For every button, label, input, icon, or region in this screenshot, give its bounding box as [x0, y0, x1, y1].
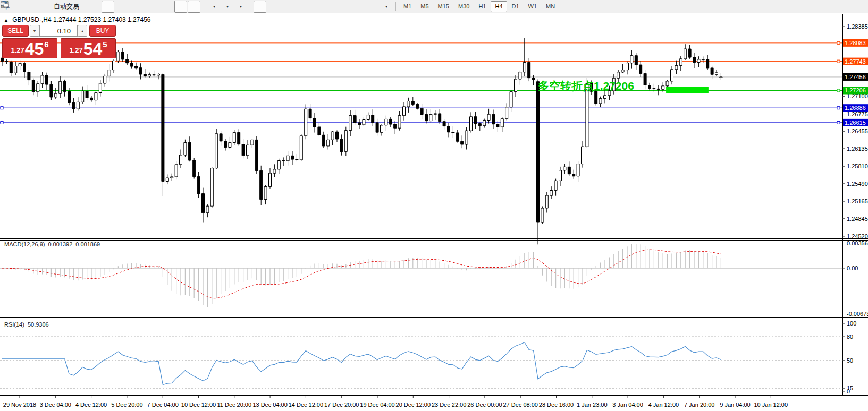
data-window-button[interactable] [25, 1, 38, 13]
chart-canvas: 1.283851.271001.267751.264551.261351.258… [0, 0, 868, 411]
price-tick-label: 1.24845 [847, 216, 868, 222]
text-label-button[interactable]: T [366, 1, 379, 13]
symbol-triangle-icon: ▲ [4, 18, 9, 23]
price-tick-label: 1.28385 [847, 23, 868, 30]
price-tick-label: 1.24520 [847, 233, 868, 239]
line-handle[interactable] [1, 121, 3, 124]
timeframe-H1[interactable]: H1 [474, 1, 490, 12]
timeframe-M5[interactable]: M5 [416, 1, 433, 12]
line-handle[interactable] [1, 107, 3, 109]
chevron-down-icon[interactable]: ▾ [226, 4, 229, 9]
rsi-indicator-label: RSI(14)50.9306 [4, 321, 52, 328]
line-handle[interactable] [837, 41, 840, 44]
equidistant-channel-button[interactable]: E [326, 1, 339, 13]
sell-button[interactable]: SELL [2, 25, 29, 37]
timeframe-M30[interactable]: M30 [454, 1, 474, 12]
time-tick-label: 10 Dec 12:00 [181, 401, 216, 408]
chart-shift-button[interactable] [188, 1, 200, 13]
time-tick-label: 29 Nov 2018 [3, 401, 36, 408]
crosshair-button[interactable] [267, 1, 280, 13]
toolbar-separator [171, 2, 171, 11]
time-tick-label: 4 Jan 12:00 [648, 401, 679, 408]
timeframe-MN[interactable]: MN [542, 1, 559, 12]
price-badge-label: 1.26886 [845, 105, 866, 111]
volume-input[interactable]: 0.10 [39, 25, 78, 37]
line-chart-button[interactable] [115, 1, 128, 13]
candle-wicks [2, 38, 721, 244]
line-handle[interactable] [837, 60, 840, 63]
bull-bear-pivot-annotation[interactable]: 多空转折点1.27206 [538, 79, 634, 93]
timeframe-W1[interactable]: W1 [524, 1, 542, 12]
sell-price-big: 45 [25, 41, 44, 57]
rsi-name: RSI(14) [4, 321, 24, 328]
zoom-in-button[interactable] [128, 1, 141, 13]
time-tick-label: 17 Dec 20:00 [324, 401, 359, 408]
fibonacci-button[interactable]: F [340, 1, 352, 13]
bar-chart-button[interactable] [88, 1, 101, 13]
toolbar-separator [204, 2, 204, 11]
marketwatch-button[interactable] [12, 1, 24, 13]
signals-button[interactable] [38, 1, 51, 13]
autotrade-button-label: 自动交易 [52, 2, 81, 11]
tile-windows-button[interactable] [155, 1, 167, 13]
time-tick-label: 5 Dec 20:00 [111, 401, 142, 408]
price-tick-label: 1.26455 [847, 128, 868, 134]
pivot-highlight-rectangle[interactable] [666, 87, 709, 93]
timeframe-D1[interactable]: D1 [508, 1, 524, 12]
volume-up-button[interactable]: ▴ [78, 25, 87, 37]
horizontal-line-button[interactable] [300, 1, 313, 13]
macd-name: MACD(12,26,9) [4, 241, 45, 247]
time-tick-label: 11 Dec 20:00 [217, 401, 251, 408]
time-tick-label: 26 Dec 00:00 [467, 401, 502, 408]
trendline-button[interactable] [313, 1, 326, 13]
autotrade-button[interactable]: 自动交易 [52, 1, 81, 13]
cursor-button[interactable] [254, 1, 266, 13]
price-axis[interactable]: 1.283851.271001.267751.264551.261351.258… [1, 23, 868, 395]
price-badge-label: 1.27743 [845, 58, 866, 65]
time-tick-label: 27 Dec 08:00 [503, 401, 537, 408]
auto-scroll-button[interactable] [174, 1, 187, 13]
templates-button[interactable]: ▾ [234, 1, 247, 13]
line-handle[interactable] [837, 89, 840, 92]
line-handle[interactable] [837, 107, 840, 109]
bullish-candles [14, 49, 722, 222]
rsi-line [2, 343, 721, 385]
search-button[interactable] [837, 1, 849, 13]
sell-price-sup: 6 [44, 40, 48, 49]
periods-button[interactable]: ▾ [221, 1, 233, 13]
chevron-down-icon[interactable]: ▾ [213, 4, 215, 9]
time-tick-label: 1 Jan 23:00 [577, 401, 608, 408]
time-tick-label: 19 Dec 04:00 [360, 401, 394, 408]
buy-price-button[interactable]: 1.27545 [61, 38, 116, 58]
timeframe-M15[interactable]: M15 [434, 1, 453, 12]
buy-button[interactable]: BUY [89, 25, 116, 37]
macd-min-label: -0.006738 [847, 311, 868, 317]
candlestick-chart-button[interactable] [102, 1, 114, 13]
macd-histogram [2, 244, 721, 307]
text-button[interactable]: A [353, 1, 366, 13]
time-tick-label: 4 Dec 12:00 [75, 401, 107, 408]
main-toolbar: 单自动交易▾▾▾EFAT▾M1M5M15M30H1H4D1W1MN [0, 0, 868, 13]
zoom-out-button[interactable] [141, 1, 154, 13]
time-tick-label: 14 Dec 12:00 [289, 401, 323, 408]
chevron-down-icon[interactable]: ▾ [240, 4, 242, 9]
line-handle[interactable] [837, 121, 840, 124]
sell-price-button[interactable]: 1.27456 [2, 38, 57, 58]
indicators-button[interactable]: ▾ [207, 1, 220, 13]
vertical-line-button[interactable] [286, 1, 299, 13]
chart-title: ▲ GBPUSD-,H4 1.27444 1.27523 1.27403 1.2… [4, 16, 150, 23]
time-tick-label: 10 Jan 12:00 [754, 401, 788, 408]
timeframe-H4[interactable]: H4 [491, 1, 507, 12]
time-tick-label: 7 Dec 04:00 [147, 401, 179, 408]
bearish-candles [1, 49, 714, 222]
arrows-button[interactable]: ▾ [380, 1, 392, 13]
timeframe-M1[interactable]: M1 [399, 1, 416, 12]
terminal-window: 单自动交易▾▾▾EFAT▾M1M5M15M30H1H4D1W1MN 1.2838… [0, 0, 868, 411]
chat-button[interactable] [852, 1, 864, 13]
toolbar-separator [250, 2, 250, 11]
time-axis[interactable]: 29 Nov 20183 Dec 04:004 Dec 12:005 Dec 2… [3, 396, 788, 408]
time-tick-label: 9 Jan 04:00 [720, 401, 751, 408]
price-tick-label: 1.25490 [847, 181, 868, 187]
chevron-down-icon[interactable]: ▾ [385, 4, 387, 9]
volume-dropdown-button[interactable]: ▾ [30, 25, 39, 37]
